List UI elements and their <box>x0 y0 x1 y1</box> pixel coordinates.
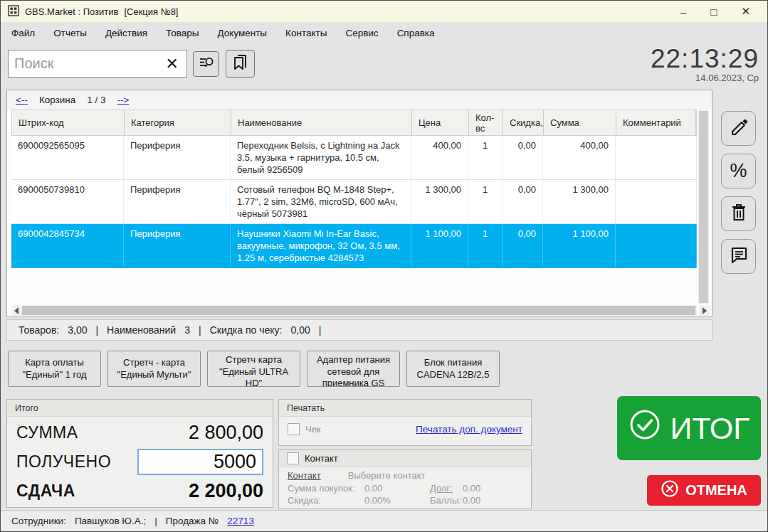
col-price[interactable]: Цена <box>412 110 469 135</box>
print-extra-document-link[interactable]: Печатать доп. документ <box>416 424 522 435</box>
horizontal-scrollbar-thumb[interactable] <box>22 306 695 315</box>
quick-product-button[interactable]: Адаптер питания сетевой для приемника GS <box>307 351 400 387</box>
delete-item-button[interactable] <box>721 196 756 231</box>
window-section: [Секция №8] <box>124 6 178 17</box>
app-window: GBS.Market : Позитив [Секция №8] – □ ✕ Ф… <box>0 0 768 532</box>
close-icon[interactable]: ✕ <box>741 5 750 18</box>
cell-barcode: 6900050739810 <box>11 180 124 223</box>
separator: | <box>154 516 157 526</box>
search-list-icon <box>198 55 215 73</box>
contact-name-label[interactable]: Контакт <box>288 470 321 481</box>
cell-price: 1 100,00 <box>411 224 468 267</box>
cell-qty: 1 <box>468 180 503 223</box>
totals-groupbox: Итого СУММА 2 800,00 ПОЛУЧЕНО СДАЧА 2 20… <box>6 399 273 508</box>
print-group-title: Печатать <box>279 400 531 417</box>
col-sum[interactable]: Сумма <box>544 110 616 135</box>
vertical-scrollbar-thumb[interactable] <box>699 111 708 303</box>
contact-checkbox[interactable] <box>287 452 299 464</box>
cart-next-link[interactable]: --> <box>117 95 130 105</box>
menu-actions[interactable]: Действия <box>96 23 157 43</box>
quick-product-button[interactable]: Стретч карта "Единый ULTRA HD" 1 год <box>207 351 300 387</box>
edit-item-button[interactable] <box>721 111 756 146</box>
menu-file[interactable]: Файл <box>2 23 44 43</box>
cell-category: Периферия <box>124 224 231 267</box>
percent-icon: % <box>730 160 747 182</box>
clock-time: 22:13:29 <box>651 45 759 73</box>
totals-group-title: Итого <box>7 400 273 417</box>
menu-documents[interactable]: Документы <box>208 23 276 43</box>
maximize-icon[interactable]: □ <box>710 6 717 18</box>
cell-comment <box>616 224 697 267</box>
print-groupbox: Печатать Чек Печатать доп. документ <box>278 399 532 446</box>
table-header: Штрих-код Категория Наименование Цена Ко… <box>11 110 697 136</box>
cart-prev-link[interactable]: <-- <box>16 95 28 105</box>
contact-check-label: Контакт <box>305 453 338 464</box>
table-row[interactable]: 6900092565095 Периферия Переходник Belsi… <box>11 136 697 180</box>
points-label: Баллы: <box>430 495 463 506</box>
col-comment[interactable]: Комментарий <box>616 110 696 135</box>
menu-reports[interactable]: Отчеты <box>44 23 96 43</box>
quick-product-button[interactable]: Блок питания CADENA 12В/2,5 <box>406 351 500 387</box>
sum-label: СУММА <box>16 423 78 442</box>
check-discount-label: Скидка по чеку: <box>210 324 283 336</box>
separator: | <box>319 324 322 336</box>
cancel-button[interactable]: ОТМЕНА <box>647 475 761 506</box>
cell-discount: 0,00 <box>503 180 543 223</box>
employee-name: Павшуков Ю.А.; <box>75 516 146 526</box>
cell-price: 1 300,00 <box>411 180 468 223</box>
menu-service[interactable]: Сервис <box>336 23 387 43</box>
cell-name: Переходник Belsis, с Lightning на Jack 3… <box>231 136 411 179</box>
menu-bar: Файл Отчеты Действия Товары Документы Ко… <box>1 22 767 44</box>
quick-product-button[interactable]: Карта оплаты "Единый" 1 год <box>8 351 101 387</box>
comment-button[interactable] <box>721 239 756 274</box>
names-count-value: 3 <box>184 324 190 336</box>
table-row-selected[interactable]: 6900042845734 Периферия Наушники Xiaomi … <box>11 224 697 268</box>
horizontal-scrollbar[interactable] <box>11 305 697 316</box>
names-count-label: Наименований <box>107 324 176 336</box>
scroll-right-icon[interactable] <box>699 305 710 316</box>
total-button[interactable]: ИТОГ <box>617 396 761 460</box>
change-label: СДАЧА <box>16 482 75 501</box>
col-category[interactable]: Категория <box>125 110 231 135</box>
status-bar: Сотрудники: Павшуков Ю.А.; | Продажа № 2… <box>1 510 767 531</box>
items-count-value: 3,00 <box>68 324 87 336</box>
cell-comment <box>616 180 697 223</box>
discount-label: Скидка: <box>288 495 364 506</box>
table-row[interactable]: 6900050739810 Периферия Сотовый телефон … <box>11 180 697 224</box>
comment-icon <box>729 246 749 267</box>
clear-search-icon[interactable]: ✕ <box>158 55 186 73</box>
menu-contacts[interactable]: Контакты <box>276 23 336 43</box>
cell-barcode: 6900092565095 <box>11 136 124 179</box>
received-input[interactable] <box>137 449 263 475</box>
cart-label: Корзина <box>39 95 75 105</box>
title-bar: GBS.Market : Позитив [Секция №8] – □ ✕ <box>1 1 767 22</box>
discount-button[interactable]: % <box>721 154 756 188</box>
col-qty[interactable]: Кол-вс <box>469 110 503 135</box>
cart-table: Штрих-код Категория Наименование Цена Ко… <box>11 110 697 304</box>
cell-sum: 400,00 <box>543 136 616 179</box>
bookmarks-button[interactable] <box>226 50 255 78</box>
bookmark-icon <box>232 53 249 75</box>
menu-products[interactable]: Товары <box>157 23 208 43</box>
menu-help[interactable]: Справка <box>388 23 444 43</box>
advanced-search-button[interactable] <box>193 51 219 77</box>
change-value: 2 200,00 <box>189 480 263 502</box>
minimize-icon[interactable]: – <box>680 6 686 18</box>
search-input[interactable] <box>9 55 158 72</box>
received-label: ПОЛУЧЕНО <box>16 452 111 472</box>
col-name[interactable]: Наименование <box>231 110 412 135</box>
clock: 22:13:29 14.06.2023, Ср <box>651 45 759 83</box>
sale-number-link[interactable]: 22713 <box>227 516 254 526</box>
cell-barcode: 6900042845734 <box>11 224 124 267</box>
scroll-left-icon[interactable] <box>11 306 21 315</box>
col-discount[interactable]: Скидка, <box>503 110 544 135</box>
cell-name: Сотовый телефон BQ М-1848 Step+, 1.77", … <box>231 180 411 223</box>
purchases-label: Сумма покупок: <box>288 483 364 494</box>
cell-qty: 1 <box>468 136 503 179</box>
col-barcode[interactable]: Штрих-код <box>12 110 125 135</box>
quick-product-button[interactable]: Стретч - карта "Единый Мульти" <box>107 351 201 387</box>
debt-label[interactable]: Долг: <box>430 483 463 494</box>
contact-placeholder[interactable]: Выберите контакт <box>348 470 426 481</box>
print-receipt-checkbox[interactable] <box>288 423 300 435</box>
vertical-scrollbar[interactable] <box>698 110 709 304</box>
